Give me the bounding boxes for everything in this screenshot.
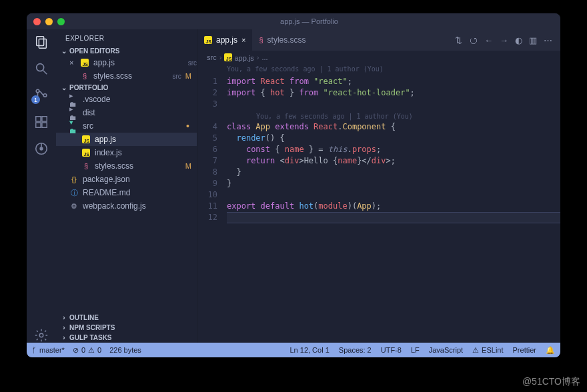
notifications-icon[interactable]: 🔔 xyxy=(546,346,555,355)
modified-indicator: M xyxy=(185,162,191,170)
code-line[interactable]: class App extends React.Component { xyxy=(227,121,560,133)
file-icon: JS xyxy=(81,149,91,157)
open-editors-header[interactable]: ⌄OPEN EDITORS xyxy=(56,46,197,56)
breadcrumb[interactable]: src›JS app.js›... xyxy=(197,51,560,64)
prettier-status[interactable]: Prettier xyxy=(513,346,536,354)
file-name: package.json xyxy=(83,175,197,184)
code-line[interactable]: import { hot } from "react-hot-loader"; xyxy=(227,87,560,99)
svg-point-5 xyxy=(36,98,39,101)
outline-header[interactable]: ›OUTLINE xyxy=(56,313,197,323)
file-size[interactable]: 226 bytes xyxy=(109,346,141,354)
problems[interactable]: ⊘ 0 ⚠ 0 xyxy=(73,346,101,355)
svg-rect-7 xyxy=(36,117,41,121)
npm-scripts-header[interactable]: ›NPM SCRIPTS xyxy=(56,323,197,333)
eol[interactable]: LF xyxy=(411,346,420,354)
file-name: src xyxy=(83,121,182,131)
tree-item[interactable]: JSindex.js xyxy=(56,146,197,159)
tree-item[interactable]: {}package.json xyxy=(56,173,197,186)
editor-tab[interactable]: §styles.scss xyxy=(252,29,312,51)
language-mode[interactable]: JavaScript xyxy=(429,346,463,354)
gulp-tasks-header[interactable]: ›GULP TASKS xyxy=(56,333,197,343)
eslint-status[interactable]: ⚠ ESLint xyxy=(472,346,503,355)
file-name: styles.scss xyxy=(95,161,181,171)
dirty-indicator: • xyxy=(186,123,193,129)
maximize-window-button[interactable] xyxy=(57,18,65,25)
close-window-button[interactable] xyxy=(33,18,41,25)
svg-rect-0 xyxy=(37,37,44,46)
code-editor[interactable]: You, a few seconds ago | 1 author (You) … xyxy=(197,64,560,343)
code-line[interactable]: render() { xyxy=(227,133,560,144)
file-name: dist xyxy=(83,108,197,117)
file-icon: JS xyxy=(80,59,89,67)
next-icon[interactable]: → xyxy=(500,35,508,45)
code-line[interactable]: import React from "react"; xyxy=(227,76,560,87)
tree-item[interactable]: ⓘREADME.md xyxy=(56,186,197,199)
svg-point-6 xyxy=(43,94,47,97)
file-icon: JS xyxy=(81,135,91,143)
code-line[interactable]: } xyxy=(227,178,560,189)
window-controls xyxy=(33,18,65,25)
svg-point-12 xyxy=(40,147,43,150)
git-branch[interactable]: ᚶ master* xyxy=(32,346,65,354)
breadcrumb-segment[interactable]: ... xyxy=(261,53,267,61)
code-line[interactable]: export default hot(module)(App); xyxy=(227,201,560,212)
file-name: README.md xyxy=(83,188,197,197)
close-icon[interactable]: × xyxy=(69,59,76,67)
file-icon: § xyxy=(80,72,89,80)
sidebar-title: EXPLORER xyxy=(56,29,197,46)
open-changes-icon[interactable]: ⭯ xyxy=(469,35,478,45)
minimize-window-button[interactable] xyxy=(45,18,53,25)
circle-icon[interactable]: ◐ xyxy=(515,35,522,45)
indentation[interactable]: Spaces: 2 xyxy=(339,346,372,354)
encoding[interactable]: UTF-8 xyxy=(381,346,402,354)
file-path: src xyxy=(172,73,181,80)
tree-item[interactable]: ▾ 🖿src• xyxy=(56,119,197,133)
code-line[interactable]: return <div>Hello {name}</div>; xyxy=(227,155,560,167)
tab-label: app.js xyxy=(216,35,237,45)
breadcrumb-segment[interactable]: JS app.js xyxy=(224,53,253,62)
cursor-position[interactable]: Ln 12, Col 1 xyxy=(289,346,329,354)
titlebar: app.js — Portfolio xyxy=(27,13,560,29)
svg-rect-8 xyxy=(36,123,41,127)
compare-icon[interactable]: ⇅ xyxy=(455,35,462,45)
file-name: .vscode xyxy=(83,95,197,104)
editor-toolbar: ⇅ ⭯ ← → ◐ ▥ ⋯ xyxy=(447,29,560,51)
file-icon: ⚙ xyxy=(69,202,79,211)
search-icon[interactable] xyxy=(34,61,49,76)
tree-item[interactable]: ⚙webpack.config.js xyxy=(56,199,197,213)
code-line[interactable]: const { name } = this.props; xyxy=(227,144,560,155)
tree-item[interactable]: §styles.scssM xyxy=(56,159,197,173)
code-line[interactable] xyxy=(227,189,560,201)
breadcrumb-segment[interactable]: src xyxy=(207,53,217,61)
tab-bar: JSapp.js×§styles.scss ⇅ ⭯ ← → ◐ ▥ ⋯ xyxy=(197,29,560,51)
open-editor-item[interactable]: ×JSapp.jssrc xyxy=(56,56,197,69)
svg-point-4 xyxy=(36,89,39,93)
source-control-icon[interactable] xyxy=(34,88,49,103)
file-icon: ⓘ xyxy=(69,188,79,198)
close-icon[interactable]: × xyxy=(241,36,245,44)
gitlens-icon[interactable] xyxy=(34,141,49,156)
split-editor-icon[interactable]: ▥ xyxy=(529,35,537,45)
tree-item[interactable]: JSapp.js xyxy=(56,133,197,146)
status-bar: ᚶ master* ⊘ 0 ⚠ 0 226 bytes Ln 12, Col 1… xyxy=(27,343,560,357)
settings-icon[interactable] xyxy=(34,328,49,343)
more-actions-icon[interactable]: ⋯ xyxy=(544,35,552,45)
activity-bar xyxy=(27,29,56,343)
extensions-icon[interactable] xyxy=(34,115,49,129)
watermark: @51CTO博客 xyxy=(522,376,580,388)
file-name: app.js xyxy=(95,135,197,144)
code-line[interactable] xyxy=(227,212,560,223)
code-line[interactable]: } xyxy=(227,167,560,178)
editor-tab[interactable]: JSapp.js× xyxy=(197,29,252,51)
file-name: webpack.config.js xyxy=(83,201,197,211)
tab-label: styles.scss xyxy=(267,35,306,45)
explorer-icon[interactable] xyxy=(34,35,49,49)
code-line[interactable] xyxy=(227,99,560,110)
prev-icon[interactable]: ← xyxy=(484,35,493,45)
svg-point-14 xyxy=(39,333,43,337)
file-icon: {} xyxy=(69,175,79,183)
codelens-class[interactable]: You, a few seconds ago | 1 author (You) xyxy=(256,111,413,122)
file-icon: ▾ 🖿 xyxy=(69,118,79,135)
file-icon: JS xyxy=(204,36,212,45)
open-editor-item[interactable]: §styles.scsssrcM xyxy=(56,69,197,83)
